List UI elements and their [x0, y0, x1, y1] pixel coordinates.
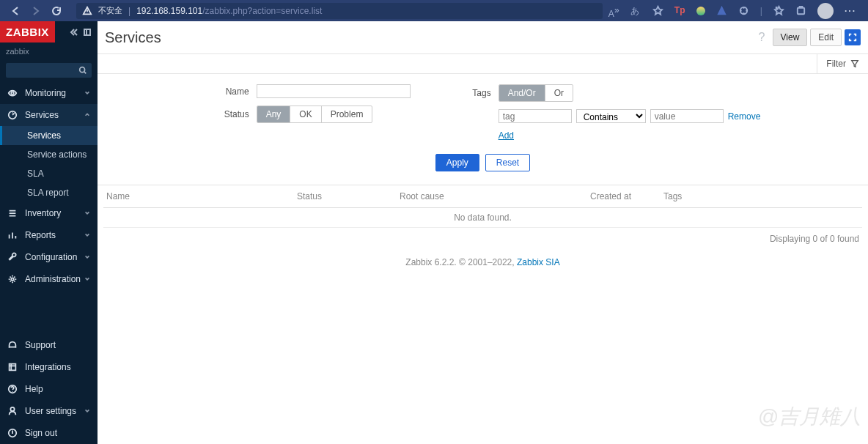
svg-rect-1 [798, 8, 804, 14]
signout-icon [7, 428, 18, 438]
tags-label: Tags [469, 88, 491, 98]
nav-label: Services [25, 110, 59, 120]
col-tags[interactable]: Tags [663, 191, 737, 201]
nav-services[interactable]: Services [0, 104, 98, 126]
gauge-icon [7, 110, 18, 120]
status-ok[interactable]: OK [290, 106, 321, 122]
nav-label: Reports [25, 230, 56, 240]
table-header: Name Status Root cause Created at Tags [103, 185, 862, 208]
tenant-name[interactable]: zabbix [0, 42, 98, 59]
col-created[interactable]: Created at [590, 191, 663, 201]
filter-toggle[interactable]: Filter [817, 54, 868, 73]
nav-help[interactable]: Help [0, 378, 98, 400]
mode-edit-button[interactable]: Edit [810, 29, 842, 46]
nav-signout[interactable]: Sign out [0, 422, 98, 444]
browser-toolbar-icons: A» あ Tp | ··· [603, 3, 862, 19]
status-problem[interactable]: Problem [322, 106, 372, 122]
nav-integrations[interactable]: Integrations [0, 356, 98, 378]
forward-icon[interactable] [31, 6, 41, 16]
tags-or[interactable]: Or [545, 85, 573, 101]
more-menu-icon[interactable]: ··· [845, 6, 856, 16]
filter-label: Filter [826, 59, 846, 69]
subnav-services[interactable]: Services [0, 126, 98, 145]
nav-label: Inventory [25, 208, 61, 218]
reset-button[interactable]: Reset [485, 154, 530, 171]
gear-icon [7, 274, 18, 284]
collapse-sidebar-icon[interactable] [70, 28, 78, 37]
nav-monitoring[interactable]: Monitoring [0, 82, 98, 104]
nav-label: Monitoring [25, 88, 66, 98]
fullscreen-button[interactable] [845, 29, 861, 45]
nav-reports[interactable]: Reports [0, 224, 98, 246]
back-icon[interactable] [10, 6, 21, 16]
popout-icon[interactable] [83, 28, 92, 37]
services-submenu: Services Service actions SLA SLA report [0, 126, 98, 202]
extension-triangle-icon[interactable] [716, 5, 727, 16]
chevron-down-icon [84, 232, 90, 238]
tag-value-input[interactable] [650, 109, 724, 123]
footer-link[interactable]: Zabbix SIA [517, 257, 560, 267]
nav-label: Sign out [25, 428, 57, 438]
funnel-icon [850, 59, 859, 68]
col-name[interactable]: Name [106, 191, 297, 201]
chevron-up-icon [84, 112, 90, 118]
svg-point-6 [11, 278, 14, 281]
search-icon [78, 66, 87, 75]
wrench-icon [7, 252, 18, 262]
tag-add-link[interactable]: Add [499, 130, 514, 141]
text-size-icon[interactable]: A» [608, 5, 619, 16]
pager-text: Displaying 0 of 0 found [103, 228, 862, 250]
col-root-cause[interactable]: Root cause [400, 191, 590, 201]
svg-point-4 [11, 92, 14, 95]
address-bar[interactable]: 不安全 | 192.168.159.101/zabbix.php?action=… [76, 3, 603, 19]
extension-circle-icon[interactable] [696, 7, 705, 15]
bar-chart-icon [7, 230, 18, 240]
zabbix-logo[interactable]: ZABBIX [0, 21, 55, 42]
nav-support[interactable]: Support [0, 334, 98, 356]
tag-remove-link[interactable]: Remove [728, 111, 761, 122]
mode-view-button[interactable]: View [773, 29, 808, 46]
insecure-label: 不安全 [98, 5, 122, 16]
nav-label: Administration [25, 274, 81, 284]
favorites-icon[interactable] [773, 5, 784, 16]
reload-icon[interactable] [51, 6, 62, 16]
subnav-service-actions[interactable]: Service actions [0, 145, 98, 164]
extensions-icon[interactable] [738, 5, 749, 16]
no-data-row: No data found. [103, 208, 862, 228]
svg-point-3 [80, 67, 85, 73]
footer-version: Zabbix 6.2.2. © 2001–2022, [405, 257, 517, 267]
nav-label: Help [25, 384, 43, 394]
eye-icon [7, 88, 18, 98]
chevron-down-icon [84, 210, 90, 216]
subnav-sla[interactable]: SLA [0, 164, 98, 183]
tag-operator-select[interactable]: Contains [576, 109, 646, 123]
sidebar-search[interactable] [6, 63, 92, 78]
status-label: Status [205, 109, 249, 119]
nav-user-settings[interactable]: User settings [0, 400, 98, 422]
nav-inventory[interactable]: Inventory [0, 202, 98, 224]
nav-label: Support [25, 340, 56, 350]
subnav-sla-report[interactable]: SLA report [0, 183, 98, 202]
profile-avatar[interactable] [817, 3, 834, 19]
nav-administration[interactable]: Administration [0, 268, 98, 290]
status-any[interactable]: Any [257, 106, 291, 122]
help-hint-icon[interactable]: ? [759, 31, 765, 44]
translate-icon[interactable]: あ [630, 5, 641, 16]
col-status[interactable]: Status [297, 191, 400, 201]
apply-button[interactable]: Apply [435, 154, 479, 171]
fullscreen-icon [848, 33, 857, 42]
list-icon [7, 208, 18, 218]
name-input[interactable] [257, 84, 411, 98]
star-icon[interactable] [652, 5, 663, 16]
tag-name-input[interactable] [499, 109, 572, 123]
filter-panel: Name Status Any OK Problem Tags [98, 74, 868, 185]
page-title: Services [105, 29, 161, 46]
chevron-down-icon [84, 276, 90, 282]
tags-andor[interactable]: And/Or [499, 85, 545, 101]
chevron-down-icon [84, 90, 90, 96]
extension-tp-icon[interactable]: Tp [674, 5, 685, 16]
nav-label: User settings [25, 406, 76, 416]
nav-configuration[interactable]: Configuration [0, 246, 98, 268]
collections-icon[interactable] [795, 5, 806, 16]
sidebar: ZABBIX zabbix Monitoring Services Servic… [0, 21, 98, 444]
